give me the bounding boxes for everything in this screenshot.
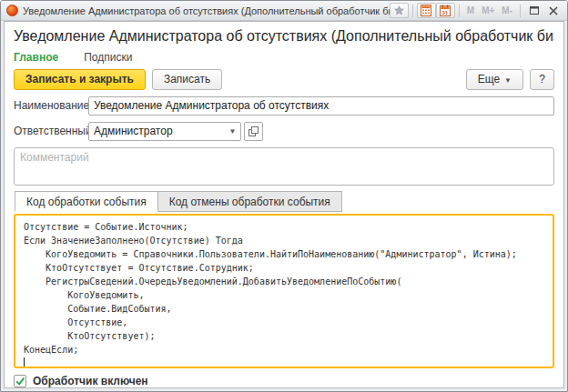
responsible-combobox[interactable]: Администратор ▼ xyxy=(88,122,241,141)
text-cursor xyxy=(24,357,25,368)
code-line: КогоУведомить, xyxy=(24,288,544,302)
memory-m-button[interactable]: M xyxy=(463,5,478,15)
code-line: Событие.ВидСобытия, xyxy=(24,302,544,316)
page-title: Уведомление Администратора об отсутствия… xyxy=(14,28,554,45)
window-titlebar: Уведомление Администратора об отсутствия… xyxy=(1,1,567,21)
code-line: Отсутствие, xyxy=(24,316,544,329)
nav-item-subscriptions[interactable]: Подписки xyxy=(84,51,132,64)
1c-logo-icon xyxy=(6,5,18,16)
comment-textarea[interactable] xyxy=(14,147,554,186)
code-line: РегистрыСведений.ОчередьУведомлений.Доба… xyxy=(24,275,544,288)
maximize-button[interactable] xyxy=(524,3,543,18)
more-button-label: Еще xyxy=(478,73,500,85)
code-line: Если ЗначениеЗаполнено(Отсутствие) Тогда xyxy=(24,234,544,247)
calculator-icon[interactable] xyxy=(417,3,436,18)
titlebar-divider xyxy=(520,5,521,17)
code-editor[interactable]: Отсутствие = Событие.Источник; Если Знач… xyxy=(14,214,554,368)
handler-enabled-checkbox[interactable] xyxy=(14,375,26,387)
app-window: Уведомление Администратора об отсутствия… xyxy=(0,0,568,392)
code-line: КонецЕсли; xyxy=(24,343,544,357)
responsible-value: Администратор xyxy=(89,125,225,137)
handler-enabled-label[interactable]: Обработчик включен xyxy=(33,375,148,387)
chevron-down-icon: ▼ xyxy=(504,76,512,85)
close-button[interactable] xyxy=(543,3,563,18)
code-tabs: Код обработки события Код отмены обработ… xyxy=(14,191,554,212)
name-field-row: Наименование: xyxy=(14,96,554,116)
code-line: КтоОтсутствует = Отсутствие.Сотрудник; xyxy=(24,261,544,275)
favorites-star-icon[interactable] xyxy=(390,3,409,18)
dropdown-arrow-icon[interactable]: ▼ xyxy=(225,127,240,136)
nav-item-main[interactable]: Главное xyxy=(14,51,58,64)
form-content: Уведомление Администратора об отсутствия… xyxy=(4,21,564,388)
tab-event-handler-code[interactable]: Код обработки события xyxy=(15,191,158,212)
titlebar-divider xyxy=(459,5,460,17)
code-line: Отсутствие = Событие.Источник; xyxy=(24,220,544,234)
svg-text:31: 31 xyxy=(442,10,449,15)
window-title: Уведомление Администратора об отсутствия… xyxy=(23,5,390,16)
titlebar-divider xyxy=(412,5,413,17)
checkmark-icon xyxy=(15,376,25,387)
name-input[interactable] xyxy=(88,96,554,116)
tab-cancel-handler-code[interactable]: Код отмены обработки события xyxy=(158,191,342,212)
name-label: Наименование: xyxy=(14,99,88,112)
memory-m-minus-button[interactable]: M- xyxy=(498,5,516,15)
save-and-close-button[interactable]: Записать и закрыть xyxy=(14,69,146,90)
help-button[interactable]: ? xyxy=(530,69,554,90)
responsible-label: Ответственный: xyxy=(14,125,88,137)
memory-m-plus-button[interactable]: M+ xyxy=(478,5,498,15)
more-button[interactable]: Еще▼ xyxy=(466,69,523,90)
calendar-icon[interactable]: 31 xyxy=(436,3,455,18)
open-link-icon xyxy=(248,126,259,136)
nav-bar: Главное Подписки xyxy=(14,51,554,64)
save-button[interactable]: Записать xyxy=(152,69,222,90)
code-line: КогоУведомить = Справочники.Пользователи… xyxy=(24,247,544,261)
code-caret-line xyxy=(24,357,544,368)
command-bar: Записать и закрыть Записать Еще▼ ? xyxy=(14,69,554,90)
footer-row: Обработчик включен xyxy=(14,375,554,387)
open-item-button[interactable] xyxy=(244,122,263,141)
code-line: КтоОтсутствует); xyxy=(24,329,544,343)
responsible-field-row: Ответственный: Администратор ▼ xyxy=(14,122,554,141)
